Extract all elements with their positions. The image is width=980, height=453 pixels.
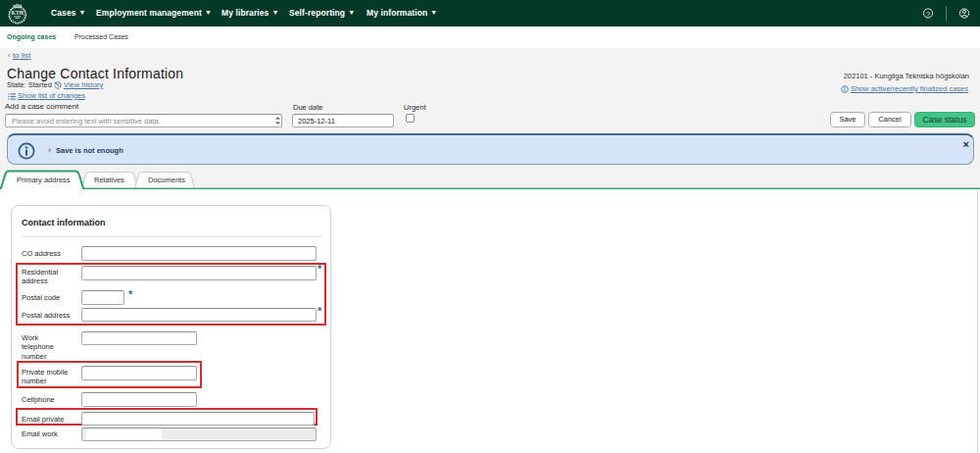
svg-text:Documents: Documents bbox=[148, 176, 185, 184]
svg-text:KTH: KTH bbox=[12, 10, 24, 16]
svg-text:Relatives: Relatives bbox=[94, 176, 124, 184]
svg-text:?: ? bbox=[926, 10, 930, 19]
svg-text:Primary address: Primary address bbox=[17, 176, 71, 184]
